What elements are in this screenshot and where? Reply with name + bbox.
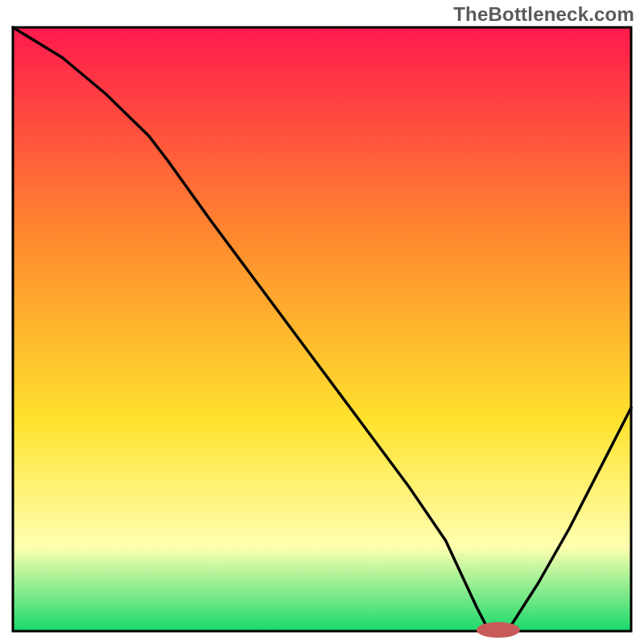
plot-area (13, 27, 631, 638)
optimal-point-marker (477, 622, 520, 638)
watermark-text: TheBottleneck.com (453, 3, 634, 26)
heat-gradient-fill (13, 27, 631, 631)
bottleneck-chart (0, 0, 644, 644)
chart-container: TheBottleneck.com (0, 0, 644, 644)
